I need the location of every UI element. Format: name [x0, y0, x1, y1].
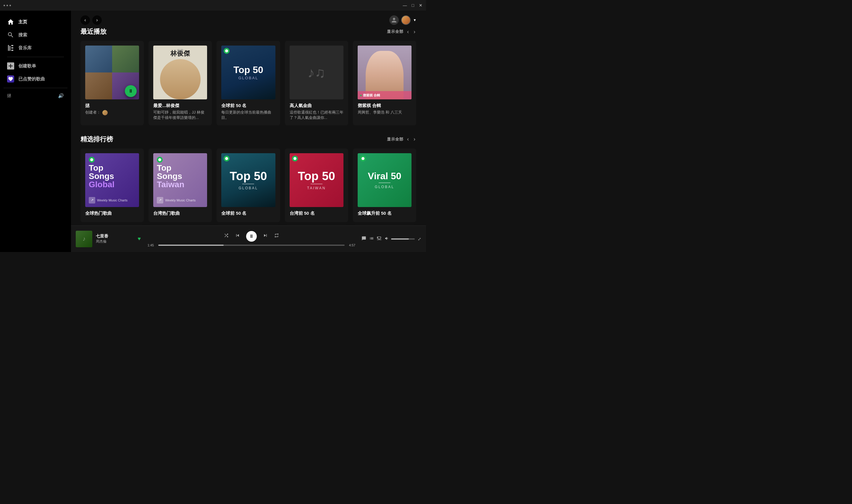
charts-prev-button[interactable]: ‹	[406, 135, 410, 143]
creator-avatar-small	[102, 110, 108, 115]
close-button[interactable]: ✕	[419, 3, 422, 8]
device-button[interactable]	[377, 236, 382, 242]
recent-card-top50[interactable]: Top 50 GLOBAL 全球前 50 名 每日更新的全球当前最热播曲目。	[217, 41, 280, 125]
fullscreen-button[interactable]: ⤢	[418, 237, 421, 241]
charts-show-all[interactable]: 显示全部	[387, 137, 403, 142]
spotify-dot-t50g	[224, 156, 230, 162]
card-subtitle-deng: 周興哲、李榮浩 和 八三夭	[358, 110, 412, 115]
card-subtitle-tune: 创建者：	[85, 110, 139, 115]
queue-button[interactable]	[369, 236, 374, 242]
chart-card-viral50[interactable]: Viral 50 GLOBAL 全球飙升前 50 名	[353, 148, 416, 222]
chart-card-top-songs-taiwan[interactable]: Top Songs Taiwan ↗ Weekly Music Charts	[148, 148, 212, 222]
progress-track[interactable]	[158, 245, 345, 246]
card-img-wrap-tune: ⏸	[85, 46, 139, 100]
recent-section-header: 最近播放 显示全部 ‹ ›	[80, 27, 417, 36]
jj-top-label: 最愛	[153, 49, 207, 53]
player-track-info: 七里香 周杰倫	[96, 234, 134, 244]
sidebar-item-home[interactable]: 主页	[3, 15, 68, 29]
titlebar-controls: — □ ✕	[403, 3, 422, 8]
forward-button[interactable]: ›	[92, 15, 102, 25]
titlebar-dot-3	[10, 5, 11, 6]
sidebar-item-liked[interactable]: 已点赞的歌曲	[3, 72, 68, 86]
nav-arrows: ‹ ›	[80, 15, 102, 25]
v50g-bg: Viral 50 GLOBAL	[358, 153, 412, 207]
recent-card-popular[interactable]: ♪♫ 高人氣金曲 這些歌還很紅也！已經有兩三年了？高人氣金曲讓你...	[285, 41, 348, 125]
play-pause-button[interactable]: ⏸	[246, 231, 257, 242]
charts-next-button[interactable]: ›	[412, 135, 417, 143]
chart-card-top50-global[interactable]: Top 50 GLOBAL 全球前 50 名	[217, 148, 280, 222]
like-button[interactable]: ♥	[138, 236, 141, 242]
chart-title-t50g: 全球前 50 名	[221, 211, 275, 216]
top-nav: ‹ › ▼	[71, 11, 426, 27]
tst-songs-label: Songs	[157, 172, 203, 180]
recent-controls: 显示全部 ‹ ›	[387, 28, 417, 36]
next-button[interactable]	[263, 233, 268, 239]
sidebar-item-search[interactable]: 搜索	[3, 29, 68, 41]
progress-fill	[158, 245, 224, 246]
recent-card-deng[interactable]: ● 鄧紫棋 合輯 鄧紫棋 合輯 周興哲、李榮浩 和 八三夭	[353, 41, 416, 125]
chart-title-v50g: 全球飙升前 50 名	[358, 211, 412, 216]
recent-show-all[interactable]: 显示全部	[387, 29, 403, 34]
tsg-songs-label: Songs	[89, 172, 135, 180]
card-img-t50t: Top 50 TAIWAN	[290, 153, 343, 207]
svg-rect-4	[11, 50, 13, 51]
recent-section: 最近播放 显示全部 ‹ ›	[80, 27, 417, 125]
t50g-line	[242, 184, 254, 184]
tst-subtitle-row: ↗ Weekly Music Charts	[157, 195, 203, 203]
t50t-bg: Top 50 TAIWAN	[290, 153, 343, 207]
charts-cards-grid: Top Songs Global ↗ Weekly Music Charts	[80, 148, 417, 222]
card-img-wrap-t50g: Top 50 GLOBAL	[221, 153, 275, 207]
tst-taiwan-label: Taiwan	[157, 180, 203, 189]
back-button[interactable]: ‹	[80, 15, 90, 25]
sidebar-item-create[interactable]: 创建歌单	[3, 59, 68, 72]
sidebar-create-label: 创建歌单	[18, 63, 36, 69]
prev-button[interactable]	[235, 233, 240, 239]
recent-next-button[interactable]: ›	[412, 28, 417, 36]
card-img-wrap-deng: ● 鄧紫棋 合輯	[358, 46, 412, 100]
player-thumb-art: ♪	[76, 231, 92, 247]
top50-big-text: Top 50	[233, 65, 263, 74]
main-scroll[interactable]: 最近播放 显示全部 ‹ ›	[71, 27, 426, 226]
card-img-wrap-top50: Top 50 GLOBAL	[221, 46, 275, 100]
v50g-center: Viral 50 GLOBAL	[368, 171, 401, 189]
tst-sublabel: Weekly Music Charts	[165, 198, 196, 202]
volume-fill	[391, 238, 409, 239]
user-dropdown-icon[interactable]: ▼	[413, 18, 417, 22]
card-img-popular: ♪♫	[290, 46, 343, 100]
sidebar-nav: 主页 搜索	[0, 15, 71, 86]
player-bar: ♪ 七里香 周杰倫 ♥	[71, 226, 426, 252]
minimize-button[interactable]: —	[403, 3, 407, 8]
lyrics-button[interactable]	[362, 236, 366, 242]
shuffle-button[interactable]	[224, 233, 229, 239]
recent-card-jj[interactable]: 最愛 林俊傑 最爱...林俊傑 可動可靜，能寫能唱，JJ 林俊傑是千禧年後華語樂…	[148, 41, 212, 125]
volume-icon[interactable]	[385, 236, 389, 242]
sidebar-playlist-name: 拯	[7, 93, 11, 98]
sidebar-item-library[interactable]: 音乐库	[3, 41, 68, 54]
library-icon	[7, 44, 14, 52]
music-note-bg: ♪♫	[290, 46, 343, 100]
card-subtitle-top50: 每日更新的全球当前最热播曲目。	[221, 110, 275, 120]
titlebar-dots	[3, 5, 11, 6]
card-subtitle-popular: 這些歌還很紅也！已經有兩三年了？高人氣金曲讓你...	[290, 110, 343, 120]
sidebar-playlist-item[interactable]: 拯 🔊	[0, 90, 71, 101]
t50t-label: TAIWAN	[298, 186, 335, 190]
girl-name-label: 鄧紫棋 合輯	[363, 93, 380, 97]
recent-prev-button[interactable]: ‹	[406, 28, 410, 36]
chart-title-tst: 台湾热门歌曲	[153, 211, 207, 216]
chart-card-top-songs-global[interactable]: Top Songs Global ↗ Weekly Music Charts	[80, 148, 144, 222]
svg-point-7	[158, 158, 161, 161]
recent-card-tune[interactable]: ⏸ 拯 创建者：	[80, 41, 144, 125]
maximize-button[interactable]: □	[412, 3, 414, 8]
t50g-big: Top 50	[230, 170, 267, 182]
player-track: ♪ 七里香 周杰倫 ♥	[76, 231, 141, 247]
progress-bar-wrap: 1:45 4:57	[146, 244, 357, 247]
spotify-dot-tsg	[89, 157, 95, 163]
svg-point-9	[293, 157, 296, 160]
mosaic-cell-2	[112, 46, 139, 72]
tsg-global-label: Global	[89, 180, 135, 189]
volume-track[interactable]	[391, 238, 415, 239]
chart-card-top50-taiwan[interactable]: Top 50 TAIWAN 台湾前 50 名	[285, 148, 348, 222]
tsg-subtitle-row: ↗ Weekly Music Charts	[89, 195, 135, 203]
repeat-button[interactable]	[274, 233, 279, 239]
tst-bg: Top Songs Taiwan ↗ Weekly Music Charts	[153, 153, 207, 207]
